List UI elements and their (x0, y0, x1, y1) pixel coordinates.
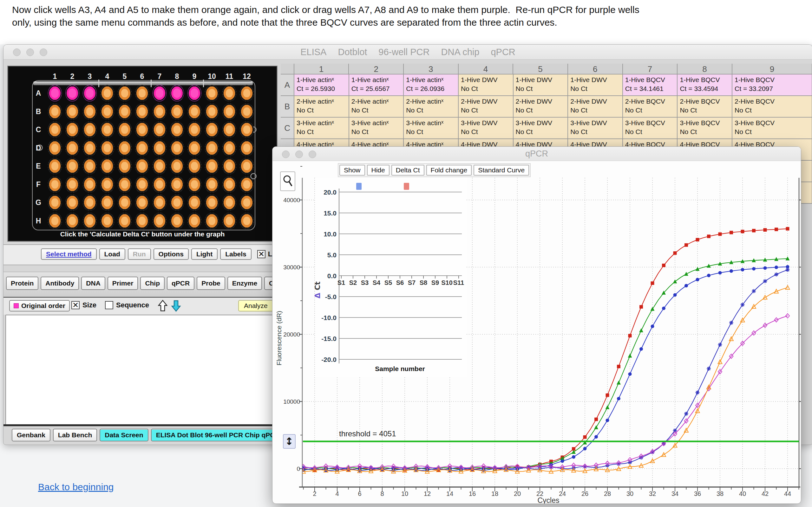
well-F7[interactable] (153, 176, 166, 193)
hide-button[interactable]: Hide (367, 165, 390, 176)
well-B10[interactable] (205, 103, 219, 120)
well-B7[interactable] (153, 103, 166, 120)
well-cell-A5[interactable]: 1-Hive DWVNo Ct (513, 74, 568, 96)
well-F12[interactable] (240, 176, 254, 193)
well-D12[interactable] (240, 140, 254, 156)
well-B11[interactable] (222, 103, 236, 120)
bottom-tab-elisa-dot[interactable]: ELISA Dot Blot 96-well PCR Chip qPCR (151, 429, 285, 441)
sequence-checkbox[interactable] (105, 301, 113, 309)
well-cell-C9[interactable]: 3-Hive BQCVNo Ct (732, 118, 812, 139)
well-H3[interactable] (83, 213, 97, 229)
well-C5[interactable] (118, 121, 132, 138)
well-A1[interactable] (48, 85, 62, 101)
sort-up-button[interactable] (158, 299, 168, 314)
well-A12[interactable] (240, 85, 254, 101)
well-D9[interactable] (188, 140, 201, 156)
bottom-tab-genbank[interactable]: Genbank (12, 429, 50, 441)
bottom-tab-lab-bench[interactable]: Lab Bench (53, 429, 97, 441)
well-C4[interactable] (100, 121, 114, 138)
well-A10[interactable] (205, 85, 219, 101)
well-B4[interactable] (100, 103, 114, 120)
well-A2[interactable] (65, 85, 79, 101)
well-F1[interactable] (48, 176, 62, 193)
well-H1[interactable] (48, 213, 62, 229)
well-G3[interactable] (83, 194, 97, 211)
well-G5[interactable] (118, 194, 132, 211)
well-C1[interactable] (48, 121, 62, 138)
well-cell-B8[interactable]: 2-Hive BQCVNo Ct (677, 96, 732, 118)
well-H2[interactable] (65, 213, 79, 229)
well-H7[interactable] (153, 213, 166, 229)
well-F10[interactable] (205, 176, 219, 193)
menu-item-qpcr[interactable]: qPCR (491, 47, 515, 57)
well-C12[interactable] (240, 121, 254, 138)
well-G10[interactable] (205, 194, 219, 211)
options-button[interactable]: Options (154, 248, 189, 260)
well-cell-B6[interactable]: 2-Hive DWVNo Ct (568, 96, 623, 118)
qpcr-titlebar[interactable]: qPCR (272, 147, 801, 161)
well-E1[interactable] (48, 158, 62, 174)
menu-item-dna-chip[interactable]: DNA chip (441, 47, 479, 57)
well-H8[interactable] (170, 213, 184, 229)
column-header-7[interactable]: 7 (623, 64, 678, 74)
well-F5[interactable] (118, 176, 132, 193)
well-cell-C3[interactable]: 3-Hive actinˣNo Ct (404, 118, 459, 139)
column-header-1[interactable]: 1 (294, 64, 349, 74)
well-E5[interactable] (118, 158, 132, 174)
well-E9[interactable] (188, 158, 201, 174)
well-B3[interactable] (83, 103, 97, 120)
well-cell-C4[interactable]: 3-Hive DWVNo Ct (459, 118, 513, 139)
size-checkbox[interactable]: ✕ (71, 301, 80, 309)
well-cell-B5[interactable]: 2-Hive DWVNo Ct (513, 96, 568, 118)
menu-item-dotblot[interactable]: Dotblot (338, 47, 367, 57)
well-A9[interactable] (188, 85, 201, 101)
select-method-button[interactable]: Select method (41, 248, 97, 260)
well-B1[interactable] (48, 103, 62, 120)
well-F11[interactable] (222, 176, 236, 193)
well-cell-B1[interactable]: 2-Hive actinˣNo Ct (294, 96, 349, 118)
light-button[interactable]: Light (191, 248, 217, 260)
tab-enzyme[interactable]: Enzyme (227, 277, 262, 290)
analyze-button[interactable]: Analyze (238, 300, 273, 312)
well-C11[interactable] (222, 121, 236, 138)
column-header-3[interactable]: 3 (404, 64, 459, 74)
labels-button[interactable]: Labels (220, 248, 252, 260)
well-cell-A8[interactable]: 1-Hive BQCVCt = 33.4594 (677, 74, 732, 96)
main-window-titlebar[interactable]: ELISADotblot96-well PCRDNA chipqPCR (3, 45, 812, 60)
well-H10[interactable] (205, 213, 219, 229)
well-cell-C2[interactable]: 3-Hive actinˣNo Ct (349, 118, 404, 139)
well-G12[interactable] (240, 194, 254, 211)
standard-curve-button[interactable]: Standard Curve (473, 165, 529, 176)
well-cell-C5[interactable]: 3-Hive DWVNo Ct (513, 118, 568, 139)
well-plate-panel[interactable]: 123456789101112ABCDEFGHClick the 'Calcul… (7, 66, 277, 242)
well-F4[interactable] (100, 176, 114, 193)
well-E12[interactable] (240, 158, 254, 174)
well-A11[interactable] (222, 85, 236, 101)
well-A8[interactable] (170, 85, 184, 101)
well-B5[interactable] (118, 103, 132, 120)
well-D4[interactable] (100, 140, 114, 156)
well-F8[interactable] (170, 176, 184, 193)
row-header-C[interactable]: C (281, 118, 294, 139)
well-F6[interactable] (135, 176, 149, 193)
column-header-4[interactable]: 4 (459, 64, 513, 74)
menu-item-96-well-pcr[interactable]: 96-well PCR (378, 47, 429, 57)
well-F3[interactable] (83, 176, 97, 193)
bottom-tab-data-screen[interactable]: Data Screen (100, 429, 148, 441)
column-header-6[interactable]: 6 (568, 64, 623, 74)
well-D1[interactable] (48, 140, 62, 156)
well-D7[interactable] (153, 140, 166, 156)
well-E11[interactable] (222, 158, 236, 174)
well-cell-B4[interactable]: 2-Hive DWVNo Ct (459, 96, 513, 118)
delta-ct-button[interactable]: Delta Ct (392, 165, 424, 176)
well-D2[interactable] (65, 140, 79, 156)
column-header-9[interactable]: 9 (732, 64, 812, 74)
well-E8[interactable] (170, 158, 184, 174)
well-H6[interactable] (135, 213, 149, 229)
tab-primer[interactable]: Primer (107, 277, 138, 290)
well-F2[interactable] (65, 176, 79, 193)
well-F9[interactable] (188, 176, 201, 193)
well-D5[interactable] (118, 140, 132, 156)
well-A4[interactable] (100, 85, 114, 101)
well-cell-A4[interactable]: 1-Hive DWVNo Ct (459, 74, 513, 96)
